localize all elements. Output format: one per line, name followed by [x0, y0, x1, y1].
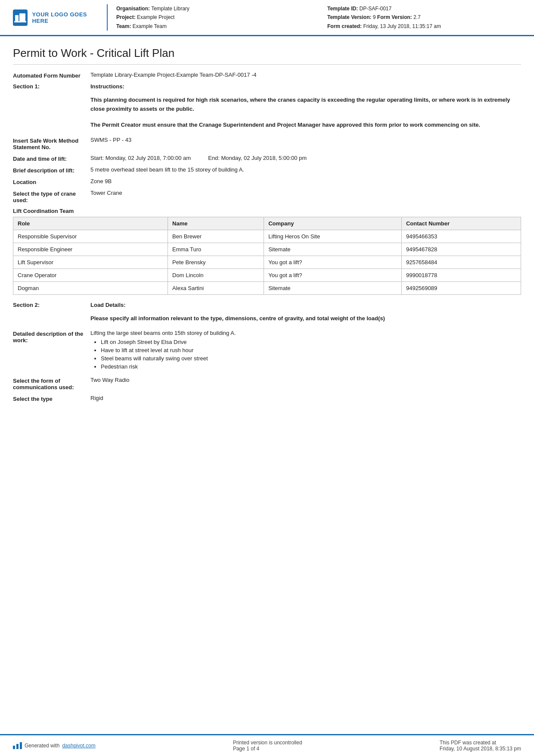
location-label: Location: [13, 178, 90, 185]
communication-row: Select the form of communications used: …: [13, 377, 521, 390]
brief-desc-value: 5 metre overhead steel beam lift to the …: [90, 166, 521, 173]
table-row: Responsible EngineerEmma TuroSitemate949…: [13, 243, 521, 256]
swms-value: SWMS - PP - 43: [90, 137, 521, 143]
bullet-list: Lift on Joseph Street by Elsa DriveHave …: [90, 339, 521, 370]
section1-label: Section 1:: [13, 83, 90, 90]
list-item: Lift on Joseph Street by Elsa Drive: [101, 339, 521, 345]
footer-right-date: Friday, 10 August 2018, 8:35:13 pm: [440, 746, 521, 752]
table-row: Crane OperatorDom LincolnYou got a lift?…: [13, 269, 521, 281]
content: Permit to Work - Critical Lift Plan Auto…: [0, 36, 534, 734]
col-name: Name: [168, 217, 264, 230]
table-cell: Lifting Heros On Site: [264, 230, 402, 243]
datetime-label: Date and time of lift:: [13, 155, 90, 162]
section2-title: Load Details:: [90, 302, 126, 308]
swms-label: Insert Safe Work Method Statement No.: [13, 137, 90, 150]
footer-center: Printed version is uncontrolled Page 1 o…: [233, 740, 302, 752]
footer-link[interactable]: dashpivot.com: [62, 743, 95, 749]
table-cell: Responsible Supervisor: [13, 230, 168, 243]
footer-generated-text: Generated with: [25, 743, 59, 749]
footer: Generated with dashpivot.com Printed ver…: [0, 734, 534, 756]
crane-type-value: Tower Crane: [90, 190, 521, 196]
page-title: Permit to Work - Critical Lift Plan: [13, 47, 521, 65]
select-type-row: Select the type Rigid: [13, 395, 521, 402]
table-cell: Dogman: [13, 281, 168, 294]
page: YOUR LOGO GOES HERE Organisation: Templa…: [0, 0, 534, 756]
detailed-desc-text: Lifting the large steel beams onto 15th …: [90, 330, 236, 336]
instruction1: This planning document is required for h…: [90, 96, 521, 114]
section2-instructions: Please specify all information relevant …: [90, 314, 521, 323]
communication-label: Select the form of communications used:: [13, 377, 90, 390]
table-row: Responsible SupervisorBen BrewerLifting …: [13, 230, 521, 243]
table-cell: Dom Lincoln: [168, 269, 264, 281]
logo-area: YOUR LOGO GOES HERE: [13, 4, 108, 31]
section1-title: Instructions:: [90, 83, 124, 90]
table-cell: Ben Brewer: [168, 230, 264, 243]
template-version-row: Template Version: 9 Form Version: 2.7: [327, 13, 521, 22]
section1-header: Section 1: Instructions:: [13, 83, 521, 90]
detailed-desc-label: Detailed description of the work:: [13, 330, 90, 344]
datetime-value: Start: Monday, 02 July 2018, 7:00:00 am …: [90, 155, 521, 161]
logo-box: YOUR LOGO GOES HERE: [13, 9, 98, 26]
table-cell: 9257658484: [401, 256, 521, 269]
table-row: Lift SupervisorPete BrenskyYou got a lif…: [13, 256, 521, 269]
table-cell: Emma Turo: [168, 243, 264, 256]
table-cell: Alexa Sartini: [168, 281, 264, 294]
lift-team-table: Role Name Company Contact Number Respons…: [13, 217, 521, 295]
org-row: Organisation: Template Library: [116, 4, 310, 13]
section2-instruction: Please specify all information relevant …: [90, 314, 521, 323]
brief-desc-row: Brief description of lift: 5 metre overh…: [13, 166, 521, 174]
template-id-row: Template ID: DP-SAF-0017: [327, 4, 521, 13]
col-role: Role: [13, 217, 168, 230]
table-cell: 9495466353: [401, 230, 521, 243]
table-cell: Responsible Engineer: [13, 243, 168, 256]
select-type-value: Rigid: [90, 395, 521, 401]
team-row: Team: Example Team: [116, 22, 310, 31]
table-cell: You got a lift?: [264, 269, 402, 281]
col-company: Company: [264, 217, 402, 230]
form-number-label: Automated Form Number: [13, 72, 90, 79]
header-meta: Organisation: Template Library Project: …: [116, 4, 521, 31]
crane-type-label: Select the type of crane used:: [13, 190, 90, 203]
header-meta-right: Template ID: DP-SAF-0017 Template Versio…: [327, 4, 521, 31]
project-row: Project: Example Project: [116, 13, 310, 22]
svg-rect-2: [14, 21, 26, 22]
select-type-label: Select the type: [13, 395, 90, 402]
detailed-desc-row: Detailed description of the work: Liftin…: [13, 330, 521, 372]
footer-right-text: This PDF was created at: [440, 740, 521, 746]
section2-label: Section 2:: [13, 302, 90, 308]
location-value: Zone 9B: [90, 178, 521, 184]
table-cell: Pete Brensky: [168, 256, 264, 269]
footer-left: Generated with dashpivot.com: [13, 742, 96, 749]
section2-header: Section 2: Load Details:: [13, 302, 521, 308]
logo-text: YOUR LOGO GOES HERE: [32, 11, 98, 24]
datetime-end: End: Monday, 02 July 2018, 5:00:00 pm: [208, 155, 307, 161]
list-item: Steel beams will naturally swing over st…: [101, 355, 521, 362]
location-row: Location Zone 9B: [13, 178, 521, 185]
footer-page: Page 1 of 4: [233, 746, 302, 752]
footer-bars-icon: [13, 742, 22, 749]
svg-rect-1: [19, 13, 25, 21]
instruction2: The Permit Creator must ensure that the …: [90, 121, 521, 130]
footer-uncontrolled: Printed version is uncontrolled: [233, 740, 302, 746]
lift-team-title: Lift Coordination Team: [13, 208, 521, 214]
table-cell: Crane Operator: [13, 269, 168, 281]
table-cell: Sitemate: [264, 281, 402, 294]
swms-row: Insert Safe Work Method Statement No. SW…: [13, 137, 521, 150]
header-meta-left: Organisation: Template Library Project: …: [116, 4, 310, 31]
table-cell: 9495467828: [401, 243, 521, 256]
detailed-desc-value: Lifting the large steel beams onto 15th …: [90, 330, 521, 372]
datetime-row: Date and time of lift: Start: Monday, 02…: [13, 155, 521, 162]
datetime-start: Start: Monday, 02 July 2018, 7:00:00 am: [90, 155, 191, 161]
list-item: Have to lift at street level at rush hou…: [101, 347, 521, 353]
communication-value: Two Way Radio: [90, 377, 521, 383]
instructions-block: This planning document is required for h…: [90, 96, 521, 129]
col-contact: Contact Number: [401, 217, 521, 230]
table-cell: Lift Supervisor: [13, 256, 168, 269]
table-cell: 9492569089: [401, 281, 521, 294]
table-cell: Sitemate: [264, 243, 402, 256]
list-item: Pedestrian risk: [101, 363, 521, 370]
form-created-row: Form created: Friday, 13 July 2018, 11:3…: [327, 22, 521, 31]
footer-right: This PDF was created at Friday, 10 Augus…: [440, 740, 521, 752]
svg-rect-0: [15, 15, 19, 21]
table-section: Lift Coordination Team Role Name Company…: [13, 208, 521, 295]
